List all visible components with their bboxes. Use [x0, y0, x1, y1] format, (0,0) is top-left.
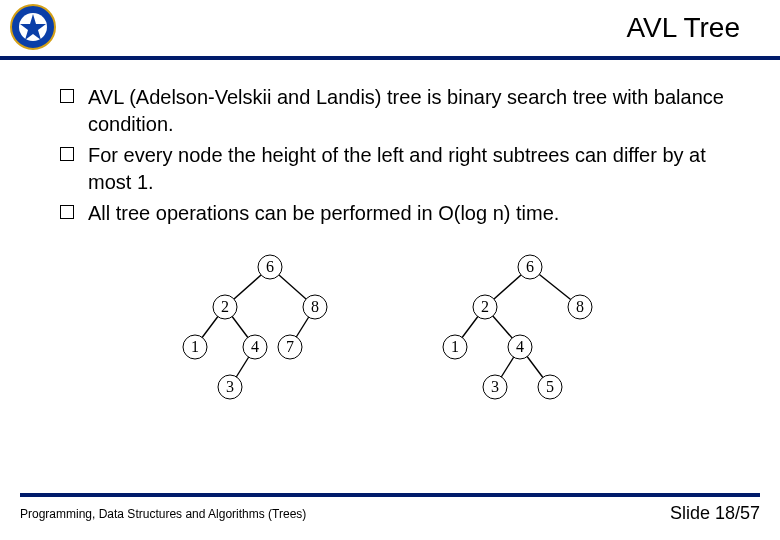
logo-badge: [10, 4, 56, 50]
footer-course: Programming, Data Structures and Algorit…: [20, 507, 306, 521]
tree-right: 6 2 8 1 4 3 5: [430, 247, 630, 417]
tree-diagrams: 6 2 8 1 4 7 3: [60, 247, 740, 417]
node-label: 2: [221, 298, 229, 315]
node-label: 4: [516, 338, 524, 355]
bullet-item: AVL (Adelson-Velskii and Landis) tree is…: [60, 84, 740, 138]
node-label: 4: [251, 338, 259, 355]
bullet-text: All tree operations can be performed in …: [88, 202, 559, 224]
slide-title: AVL Tree: [626, 12, 740, 44]
slide: AVL Tree AVL (Adelson-Velskii and Landis…: [0, 0, 780, 540]
bullet-item: All tree operations can be performed in …: [60, 200, 740, 227]
bullet-item: For every node the height of the left an…: [60, 142, 740, 196]
node-label: 3: [226, 378, 234, 395]
node-label: 3: [491, 378, 499, 395]
node-label: 2: [481, 298, 489, 315]
slide-header: AVL Tree: [0, 0, 780, 60]
bullet-text: AVL (Adelson-Velskii and Landis) tree is…: [88, 86, 724, 135]
footer-bar: Programming, Data Structures and Algorit…: [20, 493, 760, 524]
tree-left: 6 2 8 1 4 7 3: [170, 247, 370, 417]
node-label: 8: [311, 298, 319, 315]
slide-footer: Programming, Data Structures and Algorit…: [0, 493, 780, 524]
node-label: 6: [526, 258, 534, 275]
node-label: 1: [191, 338, 199, 355]
node-label: 8: [576, 298, 584, 315]
node-label: 5: [546, 378, 554, 395]
bullet-text: For every node the height of the left an…: [88, 144, 706, 193]
slide-body: AVL (Adelson-Velskii and Landis) tree is…: [0, 60, 780, 417]
footer-page: Slide 18/57: [670, 503, 760, 524]
node-label: 7: [286, 338, 294, 355]
node-label: 1: [451, 338, 459, 355]
node-label: 6: [266, 258, 274, 275]
